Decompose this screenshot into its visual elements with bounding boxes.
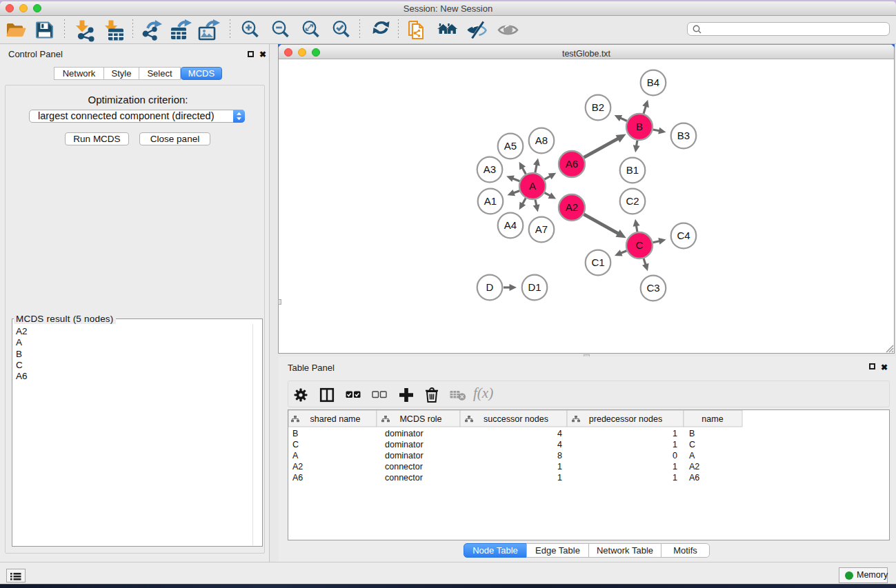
svg-text:name: name bbox=[701, 414, 723, 424]
svg-text:A1: A1 bbox=[484, 195, 497, 207]
svg-text:C1: C1 bbox=[591, 256, 604, 268]
svg-text:A6: A6 bbox=[566, 158, 578, 170]
svg-text:B2: B2 bbox=[592, 101, 604, 113]
svg-text:A7: A7 bbox=[535, 223, 548, 235]
svg-text:D1: D1 bbox=[528, 281, 541, 293]
svg-text:successor nodes: successor nodes bbox=[484, 414, 548, 424]
svg-text:C2: C2 bbox=[626, 195, 639, 207]
svg-text:B4: B4 bbox=[647, 77, 659, 88]
svg-text:A: A bbox=[529, 180, 536, 192]
svg-text:shared name: shared name bbox=[310, 414, 361, 424]
svg-text:A5: A5 bbox=[504, 140, 517, 152]
svg-text:predecessor nodes: predecessor nodes bbox=[589, 414, 662, 424]
svg-text:MCDS role: MCDS role bbox=[399, 414, 441, 424]
svg-text:A2: A2 bbox=[566, 201, 578, 213]
svg-text:A3: A3 bbox=[484, 163, 496, 175]
svg-text:B: B bbox=[636, 121, 643, 132]
svg-text:A8: A8 bbox=[535, 134, 548, 146]
svg-text:A4: A4 bbox=[504, 219, 517, 231]
svg-text:C3: C3 bbox=[646, 282, 659, 294]
svg-text:C4: C4 bbox=[677, 230, 690, 241]
svg-text:D: D bbox=[486, 281, 494, 293]
svg-text:C: C bbox=[636, 239, 644, 251]
svg-text:B3: B3 bbox=[677, 130, 690, 141]
svg-text:B1: B1 bbox=[626, 164, 639, 176]
